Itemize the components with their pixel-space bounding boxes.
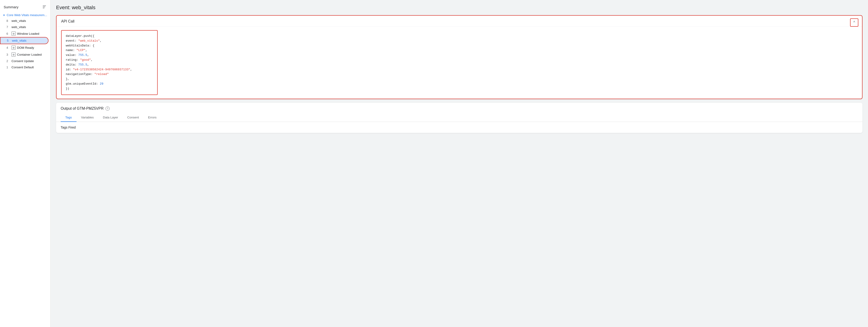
sidebar-event-item[interactable]: 3⊞Container Loaded — [0, 51, 49, 58]
event-label: web_vitals — [12, 39, 26, 42]
event-number: 2 — [6, 59, 10, 63]
event-label: Window Loaded — [17, 32, 39, 35]
event-number: 4 — [6, 46, 10, 50]
output-title: Output of GTM-PMZ5VPR — [61, 107, 104, 111]
code-line: event: "web_vitals", — [66, 39, 153, 43]
sidebar-event-item[interactable]: 7web_vitals — [0, 24, 49, 30]
sidebar: Summary ▼ Core Web Vitals measurem... 8w… — [0, 0, 51, 327]
tab-consent[interactable]: Consent — [123, 113, 144, 122]
event-number: 1 — [6, 65, 10, 69]
event-number: 6 — [6, 32, 10, 35]
tab-variables[interactable]: Variables — [76, 113, 98, 122]
code-line: }, — [66, 77, 153, 82]
code-value: 29 — [100, 82, 103, 86]
code-line: rating: "good", — [66, 58, 153, 63]
event-type-icon: ⊞ — [11, 46, 16, 50]
event-type-icon: ⊞ — [11, 53, 16, 57]
code-line: webVitalsData: { — [66, 43, 153, 48]
main-content: Event: web_vitals API Call dataLayer.pus… — [51, 0, 868, 327]
sidebar-title: Summary — [4, 5, 19, 9]
code-value: 755.5 — [79, 53, 87, 57]
sidebar-event-item[interactable]: 4⊞DOM Ready — [0, 44, 49, 51]
sidebar-event-item[interactable]: 1Consent Default — [0, 64, 49, 70]
tags-fired-label: Tags Fired — [56, 122, 863, 133]
help-icon[interactable]: ? — [105, 107, 110, 111]
api-call-content: dataLayer.push({ event: "web_vitals", we… — [57, 26, 862, 99]
code-value: 755.5 — [79, 63, 87, 66]
code-line: }) — [66, 86, 153, 91]
sidebar-group: ▼ Core Web Vitals measurem... 8web_vital… — [0, 12, 50, 71]
code-line: navigationType: "reload" — [66, 72, 153, 77]
tab-tags[interactable]: Tags — [61, 113, 76, 122]
output-card: Output of GTM-PMZ5VPR ? TagsVariablesDat… — [56, 103, 863, 133]
filter-icon[interactable] — [42, 5, 46, 9]
page-title: Event: web_vitals — [56, 5, 863, 10]
code-value: "good" — [80, 58, 91, 62]
code-value: "web_vitals" — [79, 39, 100, 42]
code-line: dataLayer.push({ — [66, 34, 153, 39]
event-label: Consent Update — [11, 59, 34, 63]
sidebar-event-item[interactable]: 6⊞Window Loaded — [0, 30, 49, 37]
event-number: 3 — [6, 53, 10, 56]
output-header: Output of GTM-PMZ5VPR ? — [56, 103, 863, 111]
code-line: id: "v4-1723538582424-9497606937133", — [66, 67, 153, 72]
event-number: 7 — [6, 25, 10, 29]
code-value: "reload" — [94, 72, 109, 76]
event-label: DOM Ready — [17, 46, 34, 50]
code-value: "LCP" — [76, 49, 86, 52]
code-value: "v4-1723538582424-9497606937133" — [73, 68, 130, 71]
code-line: gtm.uniqueEventId: 29 — [66, 82, 153, 86]
tabs-bar: TagsVariablesData LayerConsentErrors — [56, 113, 863, 122]
code-line: value: 755.5, — [66, 53, 153, 58]
sidebar-group-label: Core Web Vitals measurem... — [7, 13, 47, 17]
sidebar-event-item[interactable]: 2Consent Update — [0, 58, 49, 64]
sidebar-group-item-core-web-vitals[interactable]: ▼ Core Web Vitals measurem... — [0, 12, 50, 18]
collapse-button[interactable]: ^ — [850, 19, 858, 27]
code-line: delta: 755.5, — [66, 63, 153, 67]
event-label: Container Loaded — [17, 53, 41, 56]
code-block: dataLayer.push({ event: "web_vitals", we… — [61, 30, 158, 95]
tab-errors[interactable]: Errors — [144, 113, 161, 122]
event-type-icon: ⊞ — [11, 31, 16, 36]
event-label: Consent Default — [11, 65, 34, 69]
tab-data-layer[interactable]: Data Layer — [98, 113, 123, 122]
event-label: web_vitals — [11, 25, 26, 29]
api-call-header: API Call — [57, 16, 862, 26]
event-number: 5 — [7, 39, 10, 42]
sidebar-event-item[interactable]: 8web_vitals — [0, 18, 49, 24]
event-list: 8web_vitals7web_vitals6⊞Window Loaded5we… — [0, 18, 50, 70]
event-label: web_vitals — [11, 19, 26, 23]
code-line: name: "LCP", — [66, 48, 153, 53]
sidebar-event-item[interactable]: 5web_vitals — [0, 37, 49, 44]
chevron-down-icon: ▼ — [3, 14, 5, 17]
event-number: 8 — [6, 19, 10, 23]
sidebar-header: Summary — [0, 4, 50, 12]
api-call-card: API Call dataLayer.push({ event: "web_vi… — [56, 15, 863, 99]
